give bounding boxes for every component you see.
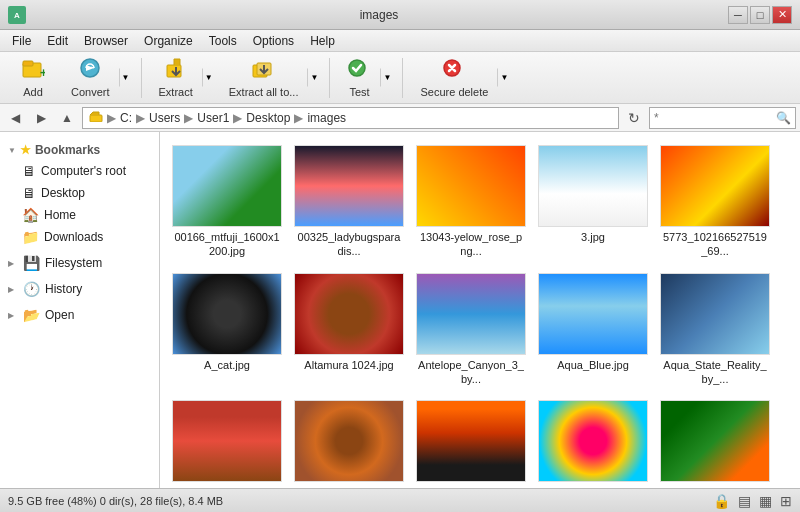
status-icons: 🔒 ▤ ▦ ⊞ [713, 493, 792, 509]
search-input[interactable] [654, 111, 774, 125]
file-item[interactable]: 5773_102166527519_69... [656, 140, 774, 264]
sidebar-item-computer-root-label: Computer's root [41, 164, 126, 178]
path-images[interactable]: images [307, 111, 346, 125]
secure-delete-main-button[interactable]: Secure delete [411, 52, 497, 103]
file-item[interactable]: Fantasy_Island_by_cels... [656, 395, 774, 488]
file-item[interactable]: 3.jpg [534, 140, 652, 264]
file-item[interactable]: Aqua_State_Reality_by_... [656, 268, 774, 392]
status-info: 9.5 GB free (48%) 0 dir(s), 28 file(s), … [8, 495, 223, 507]
sidebar-item-history[interactable]: ▶ 🕐 History [0, 278, 159, 300]
sidebar-item-filesystem[interactable]: ▶ 💾 Filesystem [0, 252, 159, 274]
downloads-icon: 📁 [22, 229, 39, 245]
lock-icon[interactable]: 🔒 [713, 493, 730, 509]
sidebar-item-computer-root[interactable]: 🖥 Computer's root [0, 160, 159, 182]
refresh-button[interactable]: ↻ [623, 107, 645, 129]
search-icon[interactable]: 🔍 [776, 111, 791, 125]
menu-browser[interactable]: Browser [76, 32, 136, 50]
convert-split-button[interactable]: Convert ▼ [62, 52, 133, 103]
toolbar-separator-2 [329, 58, 330, 98]
file-thumbnail [416, 145, 526, 227]
history-expand-icon: ▶ [8, 285, 14, 294]
sidebar-item-home-label: Home [44, 208, 76, 222]
addressbar: ◀ ▶ ▲ ▶ C: ▶ Users ▶ User1 ▶ Desktop ▶ i… [0, 104, 800, 132]
test-dropdown-button[interactable]: ▼ [380, 68, 394, 87]
sidebar-open-section: ▶ 📂 Open [0, 304, 159, 326]
file-name: Aqua_Blue.jpg [557, 358, 629, 372]
file-item[interactable]: capricorn1024.jpg [412, 395, 530, 488]
add-label: Add [23, 86, 43, 98]
path-c[interactable]: C: [120, 111, 132, 125]
test-main-button[interactable]: Test [338, 52, 380, 103]
svg-rect-3 [23, 61, 33, 66]
file-item[interactable]: Altamura 1024.jpg [290, 268, 408, 392]
sidebar-item-home[interactable]: 🏠 Home [0, 204, 159, 226]
titlebar: A images ─ □ ✕ [0, 0, 800, 30]
main-content: ▼ ★ Bookmarks 🖥 Computer's root 🖥 Deskto… [0, 132, 800, 488]
add-button[interactable]: + Add [8, 52, 58, 103]
file-item[interactable]: Car_Lover_by_celsojuni... [534, 395, 652, 488]
grid-view-icon[interactable]: ▦ [759, 493, 772, 509]
convert-main-button[interactable]: Convert [62, 52, 119, 103]
sidebar-item-filesystem-label: Filesystem [45, 256, 102, 270]
menu-organize[interactable]: Organize [136, 32, 201, 50]
menu-edit[interactable]: Edit [39, 32, 76, 50]
extract-split-button[interactable]: Extract ▼ [150, 52, 216, 103]
extract-all-split-button[interactable]: Extract all to... ▼ [220, 52, 322, 103]
home-icon: 🏠 [22, 207, 39, 223]
minimize-button[interactable]: ─ [728, 6, 748, 24]
extract-dropdown-button[interactable]: ▼ [202, 68, 216, 87]
test-label: Test [349, 86, 369, 98]
file-name: Arco.jpg [207, 485, 247, 488]
secure-delete-split-button[interactable]: Secure delete ▼ [411, 52, 511, 103]
menu-options[interactable]: Options [245, 32, 302, 50]
file-item[interactable]: 00325_ladybugsparadis... [290, 140, 408, 264]
path-user1[interactable]: User1 [197, 111, 229, 125]
path-users[interactable]: Users [149, 111, 180, 125]
bookmarks-expand-icon: ▼ [8, 146, 16, 155]
maximize-button[interactable]: □ [750, 6, 770, 24]
sidebar-item-downloads[interactable]: 📁 Downloads [0, 226, 159, 248]
statusbar: 9.5 GB free (48%) 0 dir(s), 28 file(s), … [0, 488, 800, 512]
secure-delete-label: Secure delete [420, 86, 488, 98]
file-item[interactable]: 13043-yelow_rose_png... [412, 140, 530, 264]
forward-button[interactable]: ▶ [30, 107, 52, 129]
file-item[interactable]: Antelope_Canyon_3_by... [412, 268, 530, 392]
extract-all-main-button[interactable]: Extract all to... [220, 52, 308, 103]
secure-delete-dropdown-button[interactable]: ▼ [497, 68, 511, 87]
desktop-icon: 🖥 [22, 185, 36, 201]
file-thumbnail [660, 145, 770, 227]
convert-dropdown-button[interactable]: ▼ [119, 68, 133, 87]
sidebar-item-desktop[interactable]: 🖥 Desktop [0, 182, 159, 204]
sidebar-bookmarks-header[interactable]: ▼ ★ Bookmarks [0, 140, 159, 160]
toolbar: + Add Convert ▼ Extract ▼ Extract all [0, 52, 800, 104]
menu-file[interactable]: File [4, 32, 39, 50]
sidebar: ▼ ★ Bookmarks 🖥 Computer's root 🖥 Deskto… [0, 132, 160, 488]
file-name: Altamura 1024.jpg [304, 358, 393, 372]
file-item[interactable]: Aqua_Blue.jpg [534, 268, 652, 392]
close-button[interactable]: ✕ [772, 6, 792, 24]
menu-tools[interactable]: Tools [201, 32, 245, 50]
sidebar-item-open[interactable]: ▶ 📂 Open [0, 304, 159, 326]
filesystem-icon: 💾 [23, 255, 40, 271]
back-button[interactable]: ◀ [4, 107, 26, 129]
large-icon-view[interactable]: ⊞ [780, 493, 792, 509]
window-title: images [30, 8, 728, 22]
convert-icon [78, 57, 102, 84]
extract-all-dropdown-button[interactable]: ▼ [307, 68, 321, 87]
path-desktop[interactable]: Desktop [246, 111, 290, 125]
file-item[interactable]: Bumpass_Hell_by_sput... [290, 395, 408, 488]
menubar: File Edit Browser Organize Tools Options… [0, 30, 800, 52]
file-item[interactable]: 00166_mtfuji_1600x1200.jpg [168, 140, 286, 264]
menu-help[interactable]: Help [302, 32, 343, 50]
path-root-icon[interactable] [89, 110, 103, 125]
path-bar: ▶ C: ▶ Users ▶ User1 ▶ Desktop ▶ images [82, 107, 619, 129]
extract-main-button[interactable]: Extract [150, 52, 202, 103]
test-split-button[interactable]: Test ▼ [338, 52, 394, 103]
up-button[interactable]: ▲ [56, 107, 78, 129]
path-sep-1: ▶ [107, 111, 116, 125]
file-grid: 00166_mtfuji_1600x1200.jpg00325_ladybugs… [168, 140, 792, 488]
file-item[interactable]: A_cat.jpg [168, 268, 286, 392]
list-view-icon[interactable]: ▤ [738, 493, 751, 509]
file-item[interactable]: Arco.jpg [168, 395, 286, 488]
extract-label: Extract [159, 86, 193, 98]
